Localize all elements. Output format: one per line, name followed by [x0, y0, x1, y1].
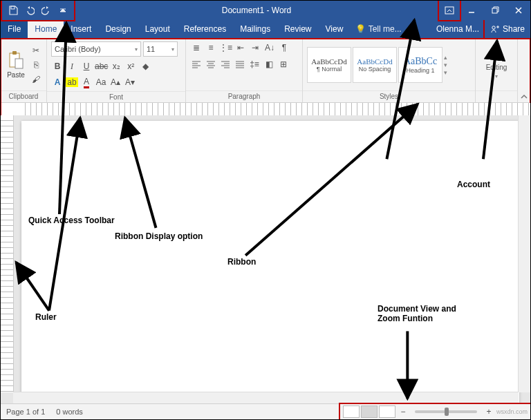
svg-point-4 — [492, 26, 495, 29]
show-marks-button[interactable]: ¶ — [278, 41, 290, 54]
window-title: Document1 - Word — [74, 1, 439, 20]
tab-view[interactable]: View — [319, 20, 351, 38]
save-icon[interactable] — [5, 1, 21, 20]
status-words[interactable]: 0 words — [50, 408, 88, 416]
word-window: Document1 - Word File Home Insert Design… — [0, 0, 531, 420]
minimize-button[interactable] — [460, 1, 483, 20]
tab-home[interactable]: Home — [28, 20, 64, 38]
close-button[interactable] — [507, 1, 530, 20]
grow-font-button[interactable]: A▴ — [109, 76, 122, 88]
tab-design[interactable]: Design — [98, 20, 138, 38]
shrink-font-button[interactable]: A▾ — [124, 76, 136, 88]
paste-label: Paste — [7, 71, 25, 79]
scrollbar-horizontal[interactable] — [13, 392, 519, 404]
find-icon — [491, 50, 502, 61]
status-page[interactable]: Page 1 of 1 — [1, 408, 50, 416]
svg-rect-0 — [11, 6, 15, 9]
ribbon: Paste ✂ ⎘ 🖌 Clipboard Calibri (Body)▾ 11… — [1, 39, 530, 116]
share-button[interactable]: Share — [485, 20, 530, 38]
align-right-button[interactable] — [219, 58, 232, 70]
document-area — [1, 115, 530, 404]
bold-button[interactable]: B — [51, 60, 64, 73]
style-no-spacing[interactable]: AaBbCcDdNo Spacing — [353, 47, 397, 83]
qat-customize-icon[interactable] — [55, 1, 71, 20]
numbering-button[interactable]: ≡ — [205, 41, 217, 54]
tell-me-label: Tell me... — [369, 24, 402, 34]
copy-button[interactable]: ⎘ — [30, 59, 42, 71]
line-spacing-button[interactable]: ‡≡ — [248, 58, 261, 70]
tell-me-search[interactable]: 💡 Tell me... — [350, 20, 407, 38]
paste-button[interactable]: Paste — [5, 50, 27, 79]
web-layout-button[interactable] — [379, 405, 395, 418]
strike-button[interactable]: abc — [95, 60, 108, 73]
svg-rect-7 — [15, 59, 23, 68]
title-bar: Document1 - Word — [1, 1, 530, 20]
svg-rect-3 — [492, 8, 497, 13]
tab-review[interactable]: Review — [277, 20, 318, 38]
justify-button[interactable] — [234, 58, 246, 70]
font-name-select[interactable]: Calibri (Body)▾ — [51, 41, 141, 57]
change-case-button[interactable]: Aa — [95, 76, 107, 88]
underline-button[interactable]: U — [80, 60, 93, 73]
share-icon — [490, 24, 500, 34]
tab-references[interactable]: References — [177, 20, 233, 38]
group-paragraph: ≣ ≡ ⋮≡ ⇤ ⇥ A↓ ¶ ‡≡ ◧ ⊞ Par — [186, 39, 303, 102]
ruler-horizontal[interactable] — [20, 103, 530, 116]
increase-indent-button[interactable]: ⇥ — [249, 41, 261, 54]
bullets-button[interactable]: ≣ — [190, 41, 203, 54]
style-normal[interactable]: AaBbCcDd¶ Normal — [307, 47, 351, 83]
print-layout-button[interactable] — [361, 405, 378, 418]
ribbon-display-icon — [445, 6, 454, 15]
group-label-styles: Styles — [303, 90, 475, 102]
cut-button[interactable]: ✂ — [30, 44, 42, 57]
zoom-slider[interactable] — [415, 410, 477, 413]
font-size-select[interactable]: 11▾ — [143, 41, 178, 57]
read-mode-button[interactable] — [343, 405, 360, 418]
align-center-button[interactable] — [205, 58, 217, 70]
multilevel-button[interactable]: ⋮≡ — [219, 41, 232, 54]
clear-format-button[interactable]: ◆ — [139, 60, 151, 73]
status-bar: Page 1 of 1 0 words − + wsxdn.com — [1, 403, 530, 419]
superscript-button[interactable]: x² — [124, 60, 137, 73]
group-label-paragraph: Paragraph — [186, 90, 302, 102]
tab-insert[interactable]: Insert — [64, 20, 98, 38]
account-name[interactable]: Olenna M... — [431, 20, 485, 38]
tab-mailings[interactable]: Mailings — [233, 20, 277, 38]
collapse-ribbon-button[interactable] — [518, 39, 530, 102]
share-label: Share — [503, 24, 525, 34]
editing-label: Editing — [486, 64, 507, 71]
tab-file[interactable]: File — [1, 20, 28, 38]
align-left-button[interactable] — [190, 58, 203, 70]
decrease-indent-button[interactable]: ⇤ — [234, 41, 247, 54]
paste-icon — [8, 50, 24, 70]
group-clipboard: Paste ✂ ⎘ 🖌 Clipboard — [1, 39, 47, 102]
svg-rect-6 — [12, 51, 17, 55]
shading-button[interactable]: ◧ — [263, 58, 275, 70]
style-heading-1[interactable]: AaBbCcHeading 1 — [398, 47, 442, 83]
sort-button[interactable]: A↓ — [263, 41, 276, 54]
zoom-in-button[interactable]: + — [483, 405, 495, 418]
borders-button[interactable]: ⊞ — [277, 58, 290, 70]
scrollbar-vertical[interactable] — [518, 115, 530, 392]
svg-rect-1 — [445, 7, 454, 14]
ribbon-display-options-button[interactable] — [439, 1, 460, 20]
italic-button[interactable]: I — [66, 60, 78, 73]
window-controls — [460, 1, 530, 20]
tab-layout[interactable]: Layout — [138, 20, 177, 38]
document-page[interactable] — [21, 121, 519, 420]
redo-icon[interactable] — [38, 1, 55, 20]
font-color-button[interactable]: A — [80, 76, 93, 88]
subscript-button[interactable]: x₂ — [110, 60, 122, 73]
editing-dropdown[interactable]: Editing▾ — [486, 50, 507, 79]
zoom-out-button[interactable]: − — [397, 405, 409, 418]
text-effects-button[interactable]: A — [51, 76, 64, 88]
highlight-button[interactable]: ab — [66, 76, 78, 88]
styles-more-button[interactable]: ▴▾▾ — [444, 54, 447, 76]
ruler-vertical[interactable] — [1, 115, 14, 392]
group-editing: Editing▾ — [476, 39, 518, 102]
undo-icon[interactable] — [21, 1, 38, 20]
zoom-thumb[interactable] — [445, 408, 449, 416]
font-size-value: 11 — [147, 45, 155, 53]
restore-button[interactable] — [483, 1, 507, 20]
format-painter-button[interactable]: 🖌 — [30, 73, 42, 86]
